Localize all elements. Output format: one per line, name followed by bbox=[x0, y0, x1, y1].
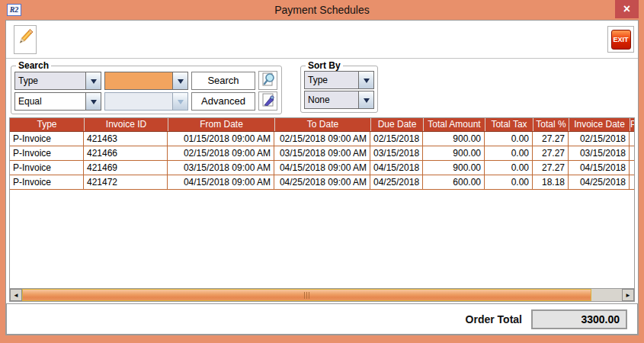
search-field-dropdown[interactable]: Type bbox=[14, 72, 101, 90]
column-header-invoice-id[interactable]: Invoice ID bbox=[84, 118, 168, 131]
scrollbar-grip-icon bbox=[304, 292, 310, 299]
table-cell: 27.27 bbox=[533, 132, 569, 146]
table-cell: 02/15/2018 bbox=[370, 132, 423, 146]
footer-bar: Order Total 3300.00 bbox=[6, 303, 638, 335]
table-cell: 421472 bbox=[84, 175, 168, 190]
column-header-total-tax[interactable]: Total Tax bbox=[485, 118, 533, 131]
column-header-due-date[interactable]: Due Date bbox=[370, 118, 423, 131]
search-operator-value-field bbox=[105, 93, 172, 110]
horizontal-scrollbar[interactable]: ◄ ► bbox=[10, 288, 634, 301]
content-panel: EXIT Search Type Search bbox=[5, 20, 639, 335]
payment-schedule-table: TypeInvoice IDFrom DateTo DateDue DateTo… bbox=[9, 117, 635, 302]
exit-button[interactable]: EXIT bbox=[607, 26, 634, 53]
scroll-right-button[interactable]: ► bbox=[622, 289, 634, 301]
chevron-down-icon[interactable] bbox=[172, 72, 187, 89]
chevron-down-icon[interactable] bbox=[358, 72, 373, 88]
left-arrow-icon: ◄ bbox=[13, 292, 19, 299]
table-cell: 04/15/2018 09:00 AM bbox=[274, 161, 370, 175]
sort-secondary-dropdown[interactable]: None bbox=[304, 91, 374, 109]
close-button[interactable]: × bbox=[615, 0, 639, 18]
table-row[interactable]: P-Invoice42147204/15/2018 09:00 AM04/25/… bbox=[10, 175, 634, 190]
table-cell: 02/15/2018 09:00 AM bbox=[274, 132, 370, 146]
find-button[interactable] bbox=[258, 71, 277, 90]
column-header-total-amount[interactable]: Total Amount bbox=[423, 118, 485, 131]
chevron-down-icon[interactable] bbox=[85, 93, 101, 110]
table-cell: 900.00 bbox=[423, 132, 485, 146]
table-cell: 900.00 bbox=[423, 146, 485, 161]
table-cell: 421469 bbox=[84, 161, 168, 175]
table-cell: 18.18 bbox=[533, 175, 569, 190]
table-cell bbox=[630, 146, 634, 161]
table-header-row: TypeInvoice IDFrom DateTo DateDue DateTo… bbox=[10, 118, 634, 132]
advanced-find-button[interactable] bbox=[258, 91, 277, 111]
table-cell: 421466 bbox=[84, 146, 168, 161]
edit-button[interactable] bbox=[14, 25, 37, 54]
table-cell: 27.27 bbox=[533, 161, 569, 175]
table-cell: P-Invoice bbox=[10, 132, 84, 146]
close-icon: × bbox=[623, 2, 630, 16]
search-value-dropdown[interactable] bbox=[104, 72, 188, 90]
table-cell: 0.00 bbox=[485, 175, 533, 190]
scroll-left-button[interactable]: ◄ bbox=[10, 289, 22, 301]
sort-primary-value: Type bbox=[305, 72, 358, 88]
table-cell: 03/15/2018 09:00 AM bbox=[168, 161, 274, 175]
search-field-value: Type bbox=[15, 72, 85, 89]
advanced-button[interactable]: Advanced bbox=[191, 92, 255, 111]
table-cell: 03/15/2018 bbox=[569, 146, 630, 161]
table-cell: 421463 bbox=[84, 132, 168, 146]
table-cell bbox=[630, 175, 634, 190]
table-cell: P-Invoice bbox=[10, 161, 84, 175]
column-header-to-date[interactable]: To Date bbox=[274, 118, 370, 131]
payment-schedules-window: R2 Payment Schedules × bbox=[0, 0, 644, 343]
search-operator-value-dropdown bbox=[104, 92, 188, 111]
table-cell: P-Invoice bbox=[10, 146, 84, 161]
table-cell: 01/15/2018 09:00 AM bbox=[168, 132, 274, 146]
table-cell: 04/15/2018 09:00 AM bbox=[168, 175, 274, 190]
filter-bar: Search Type Search bbox=[6, 59, 638, 117]
table-cell bbox=[630, 161, 634, 175]
table-cell: 900.00 bbox=[423, 161, 485, 175]
table-cell: 02/15/2018 09:00 AM bbox=[168, 146, 274, 161]
table-row[interactable]: P-Invoice42146301/15/2018 09:00 AM02/15/… bbox=[10, 132, 634, 146]
order-total-label: Order Total bbox=[466, 313, 522, 325]
table-body: P-Invoice42146301/15/2018 09:00 AM02/15/… bbox=[10, 132, 634, 288]
document-pen-icon bbox=[261, 92, 276, 110]
table-cell: P-Invoice bbox=[10, 175, 84, 190]
search-value-field bbox=[105, 72, 172, 89]
column-header-total-[interactable]: Total % bbox=[533, 118, 569, 131]
column-header-type[interactable]: Type bbox=[10, 118, 84, 131]
table-cell: 03/15/2018 bbox=[370, 146, 423, 161]
sortby-groupbox: Sort By Type None bbox=[300, 60, 378, 113]
table-cell: 04/25/2018 09:00 AM bbox=[274, 175, 370, 190]
table-row[interactable]: P-Invoice42146602/15/2018 09:00 AM03/15/… bbox=[10, 146, 634, 161]
table-cell: 0.00 bbox=[485, 132, 533, 146]
magnifier-document-icon bbox=[261, 72, 276, 89]
table-cell: 04/25/2018 bbox=[569, 175, 630, 190]
chevron-down-icon[interactable] bbox=[85, 72, 101, 89]
chevron-down-icon bbox=[172, 93, 187, 110]
search-operator-dropdown[interactable]: Equal bbox=[14, 92, 101, 111]
table-cell: 04/15/2018 bbox=[370, 161, 423, 175]
table-cell: 27.27 bbox=[533, 146, 569, 161]
chevron-down-icon[interactable] bbox=[358, 91, 373, 108]
table-cell bbox=[630, 132, 634, 146]
table-cell: 0.00 bbox=[485, 146, 533, 161]
exit-icon: EXIT bbox=[611, 30, 631, 50]
sort-secondary-value: None bbox=[305, 91, 358, 108]
table-cell: 0.00 bbox=[485, 161, 533, 175]
scrollbar-thumb[interactable] bbox=[22, 289, 591, 301]
search-groupbox: Search Type Search bbox=[11, 60, 282, 114]
search-button[interactable]: Search bbox=[191, 72, 255, 90]
column-header-invoice-date[interactable]: Invoice Date bbox=[569, 118, 630, 131]
table-cell: 03/15/2018 09:00 AM bbox=[274, 146, 370, 161]
app-icon: R2 bbox=[7, 4, 21, 16]
table-row[interactable]: P-Invoice42146903/15/2018 09:00 AM04/15/… bbox=[10, 161, 634, 175]
right-arrow-icon: ► bbox=[625, 292, 631, 299]
table-cell: 04/25/2018 bbox=[370, 175, 423, 190]
window-title: Payment Schedules bbox=[0, 4, 644, 16]
scrollbar-track[interactable] bbox=[591, 289, 622, 301]
sort-primary-dropdown[interactable]: Type bbox=[304, 71, 374, 89]
title-bar: R2 Payment Schedules × bbox=[0, 0, 644, 20]
column-header-from-date[interactable]: From Date bbox=[168, 118, 274, 131]
column-header-p[interactable]: P bbox=[630, 118, 634, 131]
